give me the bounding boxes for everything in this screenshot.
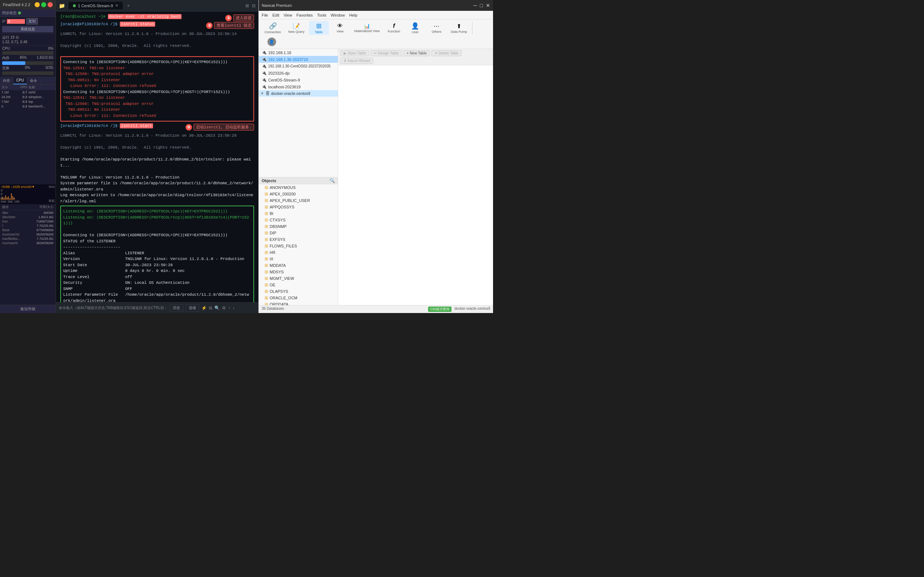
tb-mat-view[interactable]: 📊 Materialized View <box>352 22 383 34</box>
schema-orddata[interactable]: ⊞ORDDATA <box>259 301 338 305</box>
server-icon-5: 🔌 <box>262 77 267 82</box>
term-blank3 <box>60 139 254 145</box>
tb-connection[interactable]: 🔗 Connection <box>262 21 284 35</box>
schema-ix[interactable]: ⊞IX <box>259 256 338 262</box>
tb-datapump[interactable]: ⬆ Data Pump <box>448 22 470 35</box>
delete-table-btn[interactable]: ✕ Delete Table <box>431 50 462 56</box>
connecting-1: Connecting to (DESCRIPTION=(ADDRESS=(PRO… <box>63 59 251 65</box>
schema-dbsnmp[interactable]: ⊞DBSNMP <box>259 223 338 230</box>
schema-oe[interactable]: ⊞OE <box>259 282 338 288</box>
menu-favorites[interactable]: Favorites <box>296 13 313 17</box>
schema-mddata[interactable]: ⊞MDDATA <box>259 262 338 269</box>
db-label-2: 192.168.1.30-2023710 <box>268 57 308 62</box>
search-icon[interactable]: 🔍 <box>215 305 220 311</box>
db-item-centos-stream[interactable]: 🔌 CentOS-Stream-9 <box>259 76 338 83</box>
arrow-down-icon[interactable]: ↓ <box>233 305 234 311</box>
tab-mem[interactable]: 内存 <box>0 77 13 84</box>
datapump-icon: ⬆ <box>457 23 461 29</box>
tb-table[interactable]: ⊞ Table <box>309 21 329 35</box>
search-schema-icon[interactable]: 🔍 <box>330 178 335 183</box>
db-item-docker-oracle[interactable]: ▼ 🗄 docker-oracle-centos9 <box>259 90 338 97</box>
win-min-btn[interactable] <box>35 2 40 7</box>
tb-view[interactable]: 👁 View <box>330 22 350 34</box>
terminal-body[interactable]: [root@localhost ~]# docker exec -it orac… <box>56 11 258 302</box>
sys-info-btn[interactable]: 系统信息 <box>2 26 53 32</box>
nav-sidebar: 🔌 192.168.1.16 🔌 192.168.1.30-2023710 🔌 … <box>259 49 338 305</box>
nav-min-btn[interactable]: ─ <box>473 3 477 8</box>
sync-label: 同步状态 <box>2 10 16 16</box>
db-item-centos02[interactable]: 🔌 192.168.1.30-CentOS02-20237202035 <box>259 63 338 69</box>
schema-hr[interactable]: ⊞HR <box>259 249 338 256</box>
term-copyright2: Copyright (c) 1991, 2009, Oracle. All ri… <box>60 145 254 151</box>
upgrade-btn[interactable]: 激活/升级 <box>0 305 56 313</box>
settings-icon[interactable]: ⚙ <box>222 305 226 311</box>
menu-help[interactable]: Help <box>349 13 357 17</box>
copy-btn[interactable]: 复制 <box>26 18 38 24</box>
bar <box>14 198 15 200</box>
schema-bi[interactable]: ⊞BI <box>259 210 338 217</box>
schema-anonymous[interactable]: ⊞ANONYMOUS <box>259 184 338 191</box>
db-item-localhost[interactable]: 🔌 localhost-2023619 <box>259 83 338 90</box>
grid-icon[interactable]: ⊞ <box>246 3 249 8</box>
lightning-icon[interactable]: ⚡ <box>201 305 207 311</box>
proc-cpu-1: 0.7 <box>15 90 27 94</box>
ip-input[interactable] <box>7 19 25 24</box>
cpu-bar <box>2 51 53 55</box>
arrow-up-icon[interactable]: ↑ <box>228 305 230 311</box>
design-table-btn[interactable]: ✏ Design Table <box>371 50 402 56</box>
tb-user-avatar[interactable]: 👤 <box>262 36 281 47</box>
menu-tools[interactable]: Tools <box>317 13 327 17</box>
tb-new-query[interactable]: 📝 New Query <box>286 22 307 35</box>
db-item-192-168-1-16[interactable]: 🔌 192.168.1.16 <box>259 49 338 56</box>
schema-apex-public[interactable]: ⊞APEX_PUBLIC_USER <box>259 197 338 204</box>
tab-close[interactable]: ✕ <box>115 3 118 8</box>
tb-user[interactable]: 👤 User <box>405 21 425 35</box>
schema-apex030200[interactable]: ⊞APEX_030200 <box>259 191 338 197</box>
win-max-btn[interactable] <box>41 2 46 7</box>
terminal-icons: ⊞ ⊟ <box>246 3 255 8</box>
schema-ctxsys[interactable]: ⊞CTXSYS <box>259 217 338 223</box>
schema-oracle-ocm[interactable]: ⊞ORACLE_OCM <box>259 295 338 301</box>
menu-view[interactable]: View <box>284 13 292 17</box>
schema-list: Objects 🔍 ⊞ANONYMOUS ⊞APEX_030200 ⊞APEX_… <box>259 177 338 305</box>
options-btn[interactable]: 选项 <box>186 305 199 311</box>
import-wizard-btn[interactable]: ⬇ Import Wizard <box>340 58 373 64</box>
menu-file[interactable]: File <box>262 13 268 17</box>
term-starting: Starting /home/oracle/app/oracle/product… <box>60 156 254 168</box>
tb-others[interactable]: ⋯ Others <box>426 22 446 35</box>
table-icon: ⊞ <box>316 22 321 30</box>
view-icon: 👁 <box>337 23 343 29</box>
copy-icon[interactable]: ⧉ <box>209 305 212 311</box>
schema-mgmt-view[interactable]: ⊞MGMT_VIEW <box>259 275 338 282</box>
new-table-btn[interactable]: + New Table <box>404 50 430 56</box>
design-table-label: Design Table <box>378 51 399 55</box>
db-item-192-168-1-30[interactable]: 🔌 192.168.1.30-2023710 <box>259 56 338 63</box>
schema-exfsys[interactable]: ⊞EXFSYS <box>259 236 338 243</box>
db-item-2023326[interactable]: 🔌 2023326-djc <box>259 69 338 76</box>
nav-max-btn[interactable]: □ <box>480 3 483 8</box>
tab-cmd[interactable]: 命令 <box>27 77 40 84</box>
menu-window[interactable]: Window <box>331 13 345 17</box>
history-btn[interactable]: 历史 <box>170 305 183 311</box>
tb-function[interactable]: f Function <box>384 22 404 34</box>
schema-olapsys[interactable]: ⊞OLAPSYS <box>259 288 338 295</box>
import-wizard-label: Import Wizard <box>347 59 370 63</box>
schema-appqossys[interactable]: ⊞APPQOSSYS <box>259 204 338 210</box>
open-table-btn[interactable]: ▶ Open Table <box>340 50 369 56</box>
schema-flows-files[interactable]: ⊞FLOWS_FILES <box>259 243 338 249</box>
tab-cpu[interactable]: CPU <box>13 77 27 84</box>
add-tab-btn[interactable]: + <box>127 3 129 8</box>
cpu-label: CPU <box>2 47 10 50</box>
menu-edit[interactable]: Edit <box>273 13 279 17</box>
db-label-docker: docker-oracle-centos9 <box>271 91 310 95</box>
terminal-tab[interactable]: 1 CentOS-Stream-9 ✕ <box>69 2 123 10</box>
win-close-btn[interactable] <box>48 2 53 7</box>
split-icon[interactable]: ⊟ <box>252 3 255 8</box>
datapump-label: Data Pump <box>451 30 467 34</box>
schema-dip[interactable]: ⊞DIP <box>259 230 338 236</box>
schema-mdsys[interactable]: ⊞MDSYS <box>259 269 338 275</box>
nav-close-btn[interactable]: ✕ <box>486 3 490 8</box>
term-blank2 <box>60 49 254 55</box>
schema-icon-6: ⊞ <box>265 218 268 222</box>
term-tnslsnr: TNSLSNR for Linux: Version 11.2.0.1.0 - … <box>60 174 254 181</box>
